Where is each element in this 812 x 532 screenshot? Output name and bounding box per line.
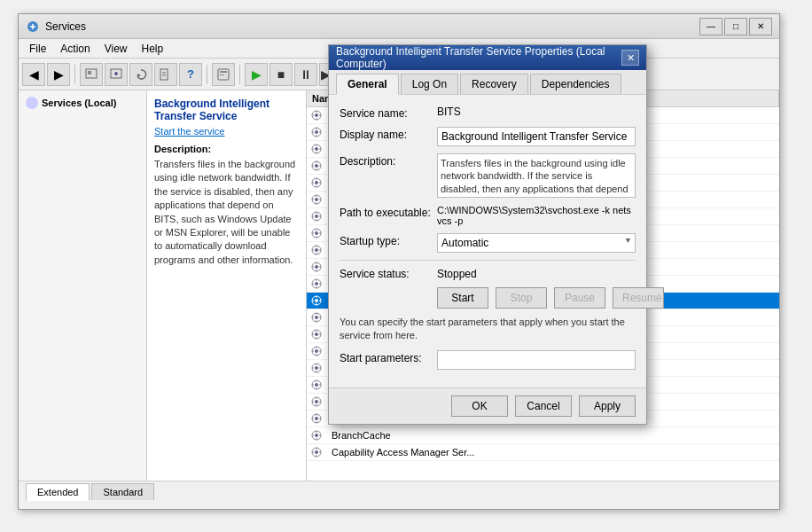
tab-general[interactable]: General bbox=[336, 74, 399, 95]
note-text: You can specify the start parameters tha… bbox=[340, 316, 636, 343]
startup-type-row: Startup type: Automatic Automatic (Delay… bbox=[340, 233, 636, 253]
nav-panel-title: Services (Local) bbox=[22, 94, 143, 112]
service-icon bbox=[310, 176, 323, 189]
service-name-value: BITS bbox=[437, 106, 636, 118]
svg-point-22 bbox=[315, 198, 318, 201]
tab-extended[interactable]: Extended bbox=[26, 483, 90, 501]
service-icon bbox=[310, 278, 323, 290]
help-button[interactable]: ? bbox=[179, 63, 202, 86]
ok-button[interactable]: OK bbox=[451, 395, 508, 417]
description-panel: Background Intelligent Transfer Service … bbox=[147, 90, 307, 481]
service-icon bbox=[310, 227, 323, 239]
service-icon bbox=[310, 126, 323, 138]
tab-logon[interactable]: Log On bbox=[401, 74, 458, 94]
svg-point-26 bbox=[315, 231, 318, 235]
svg-point-30 bbox=[315, 265, 318, 269]
window-controls: — □ ✕ bbox=[699, 18, 772, 35]
menu-action[interactable]: Action bbox=[53, 41, 97, 57]
description-text: Transfers files in the background using … bbox=[154, 158, 299, 267]
tab-recovery[interactable]: Recovery bbox=[460, 74, 528, 94]
menu-help[interactable]: Help bbox=[135, 41, 171, 57]
start-button[interactable]: Start bbox=[437, 287, 488, 309]
startup-type-select[interactable]: Automatic Automatic (Delayed Start) Manu… bbox=[437, 233, 636, 253]
display-name-input[interactable] bbox=[437, 127, 636, 146]
service-icon bbox=[310, 294, 323, 307]
refresh-button[interactable] bbox=[129, 63, 152, 86]
nav-icon bbox=[26, 97, 38, 109]
service-icon bbox=[310, 412, 323, 425]
properties-button[interactable] bbox=[212, 63, 235, 86]
svg-rect-8 bbox=[162, 75, 166, 76]
menu-view[interactable]: View bbox=[98, 41, 135, 57]
service-name: Capability Access Manager Ser... bbox=[326, 446, 779, 458]
menu-file[interactable]: File bbox=[22, 41, 53, 57]
svg-point-32 bbox=[315, 282, 318, 286]
service-icon bbox=[310, 328, 323, 340]
tab-standard[interactable]: Standard bbox=[91, 483, 154, 500]
toolbar-sep-1 bbox=[74, 65, 75, 84]
start-service-link[interactable]: Start the service bbox=[154, 126, 224, 137]
nav-panel: Services (Local) bbox=[19, 90, 147, 481]
back-button[interactable]: ◀ bbox=[22, 63, 45, 86]
service-icon bbox=[310, 109, 323, 121]
display-name-label: Display name: bbox=[340, 127, 437, 141]
svg-point-46 bbox=[315, 400, 318, 403]
svg-point-16 bbox=[315, 147, 318, 151]
window-icon bbox=[26, 20, 40, 34]
up-button[interactable] bbox=[80, 63, 103, 86]
dialog-title-bar: Background Intelligent Transfer Service … bbox=[329, 45, 646, 70]
minimize-button[interactable]: — bbox=[699, 18, 722, 35]
path-label: Path to executable: bbox=[340, 205, 437, 219]
service-icon bbox=[310, 244, 323, 256]
svg-point-20 bbox=[315, 181, 318, 184]
service-icon bbox=[310, 345, 323, 357]
path-value: C:\WINDOWS\System32\svchost.exe -k netsv… bbox=[437, 205, 636, 226]
svg-point-52 bbox=[315, 450, 318, 454]
resume-button[interactable]: Resume bbox=[613, 287, 664, 309]
forward-button[interactable]: ▶ bbox=[47, 63, 70, 86]
dialog-title: Background Intelligent Transfer Service … bbox=[336, 45, 621, 70]
dialog-footer: OK Cancel Apply bbox=[329, 387, 646, 424]
action-buttons: Start Stop Pause Resume bbox=[437, 287, 636, 309]
service-icon bbox=[310, 429, 323, 442]
list-item[interactable]: BranchCache bbox=[307, 427, 779, 444]
apply-button[interactable]: Apply bbox=[579, 395, 636, 417]
list-item[interactable]: Capability Access Manager Ser... bbox=[307, 444, 779, 461]
stop-service-toolbar-button[interactable]: ■ bbox=[269, 63, 293, 86]
close-button[interactable]: ✕ bbox=[749, 18, 772, 35]
dialog-description-label: Description: bbox=[340, 153, 437, 168]
svg-point-34 bbox=[315, 299, 318, 302]
start-params-input[interactable] bbox=[437, 350, 636, 370]
new-button[interactable] bbox=[105, 63, 128, 86]
dialog-content: Service name: BITS Display name: Descrip… bbox=[329, 95, 646, 387]
svg-point-36 bbox=[315, 316, 318, 319]
service-icon bbox=[310, 395, 323, 408]
start-service-toolbar-button[interactable]: ▶ bbox=[245, 63, 268, 86]
export-button[interactable] bbox=[154, 63, 177, 86]
toolbar-sep-3 bbox=[239, 65, 240, 84]
pause-button[interactable]: Pause bbox=[554, 287, 605, 309]
service-icon bbox=[310, 261, 323, 273]
dialog-close-button[interactable]: ✕ bbox=[621, 50, 639, 66]
service-icon bbox=[310, 362, 323, 374]
tab-dependencies[interactable]: Dependencies bbox=[530, 74, 621, 94]
service-icon bbox=[310, 379, 323, 391]
svg-rect-6 bbox=[162, 72, 166, 73]
service-status-row: Service status: Stopped bbox=[340, 268, 636, 280]
start-params-row: Start parameters: bbox=[340, 350, 636, 370]
service-status-value: Stopped bbox=[437, 268, 477, 280]
svg-point-12 bbox=[315, 113, 318, 117]
svg-rect-11 bbox=[220, 74, 224, 75]
svg-marker-4 bbox=[137, 74, 141, 77]
svg-point-14 bbox=[315, 130, 318, 134]
start-params-label: Start parameters: bbox=[340, 350, 437, 364]
service-icon bbox=[310, 210, 323, 223]
stop-button[interactable]: Stop bbox=[496, 287, 547, 309]
pause-service-toolbar-button[interactable]: ⏸ bbox=[294, 63, 317, 86]
service-icon bbox=[310, 193, 323, 206]
maximize-button[interactable]: □ bbox=[724, 18, 747, 35]
cancel-button[interactable]: Cancel bbox=[515, 395, 572, 417]
startup-type-select-wrapper: Automatic Automatic (Delayed Start) Manu… bbox=[437, 233, 636, 253]
bottom-tabs: Extended Standard bbox=[19, 481, 779, 500]
service-icon bbox=[310, 143, 323, 155]
